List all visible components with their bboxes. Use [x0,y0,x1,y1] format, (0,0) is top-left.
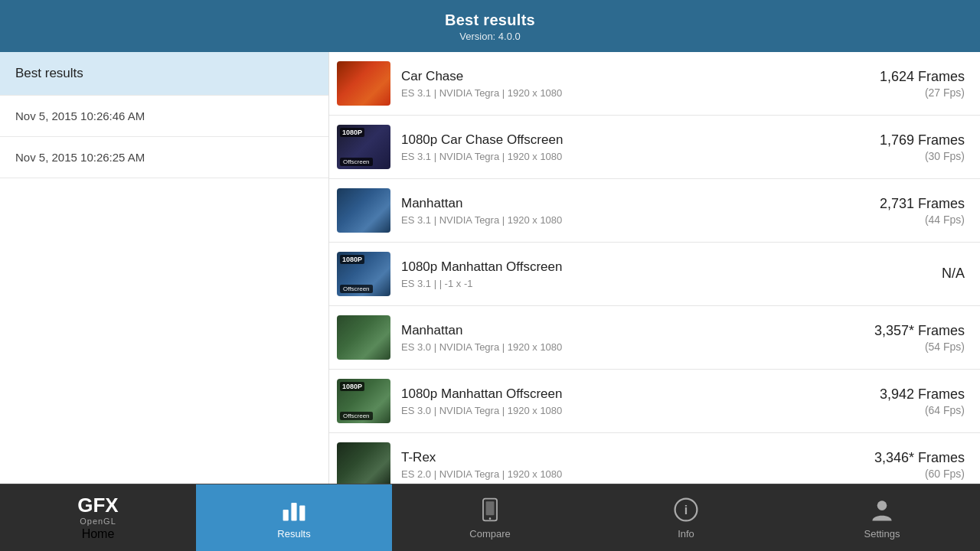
result-info-manhattan-es30: Manhattan ES 3.0 | NVIDIA Tegra | 1920 x… [401,323,842,353]
info-circle-icon: i [672,496,700,523]
badge-offscreen: Offscreen [340,158,373,166]
result-row-manhattan-1080p[interactable]: 1080POffscreen 1080p Manhattan Offscreen… [329,243,980,306]
svg-text:i: i [684,503,688,517]
result-info-car-chase-1080p: 1080p Car Chase Offscreen ES 3.1 | NVIDI… [401,132,842,162]
badge-1080p: 1080P [340,382,364,391]
result-score-car-chase: 1,624 Frames (27 Fps) [842,69,965,99]
result-row-car-chase-1080p[interactable]: 1080POffscreen 1080p Car Chase Offscreen… [329,116,980,179]
result-info-trex: T-Rex ES 2.0 | NVIDIA Tegra | 1920 x 108… [401,450,842,480]
nav-item-settings[interactable]: Settings [784,484,980,551]
result-row-manhattan-es30[interactable]: Manhattan ES 3.0 | NVIDIA Tegra | 1920 x… [329,306,980,370]
sidebar-item-date2[interactable]: Nov 5, 2015 10:26:25 AM [0,137,328,178]
result-fps-trex: (60 Fps) [842,468,965,480]
nav-label-settings: Settings [864,528,900,540]
result-score-manhattan-1080p-es30: 3,942 Frames (64 Fps) [842,386,965,416]
result-score-car-chase-1080p: 1,769 Frames (30 Fps) [842,132,965,162]
result-fps-manhattan-1080p-es30: (64 Fps) [842,404,965,416]
result-thumb-trex [337,442,390,484]
result-info-manhattan-1080p-es30: 1080p Manhattan Offscreen ES 3.0 | NVIDI… [401,386,842,416]
nav-item-results[interactable]: Results [196,484,392,551]
result-info-manhattan-1080p: 1080p Manhattan Offscreen ES 3.1 | | -1 … [401,259,842,289]
bar-chart-icon [280,496,308,523]
nav-label-results: Results [277,528,310,540]
bottom-nav: GFX OpenGL Home Results Compare i Info [0,484,980,551]
sidebar-label-best: Best results [15,66,83,80]
result-sub-car-chase-1080p: ES 3.1 | NVIDIA Tegra | 1920 x 1080 [401,151,842,162]
smartphone-icon [476,496,504,523]
sidebar: Best results Nov 5, 2015 10:26:46 AM Nov… [0,52,329,484]
result-thumb-car-chase [337,61,390,106]
nav-item-info[interactable]: i Info [588,484,784,551]
badge-offscreen: Offscreen [340,412,373,420]
result-name-manhattan-1080p: 1080p Manhattan Offscreen [401,259,842,275]
svg-rect-0 [283,510,289,520]
result-name-trex: T-Rex [401,450,842,465]
result-info-car-chase: Car Chase ES 3.1 | NVIDIA Tegra | 1920 x… [401,69,842,99]
gfx-logo: GFX [77,495,118,515]
header: Best results Version: 4.0.0 [0,0,980,52]
result-frames-manhattan-1080p-es30: 3,942 Frames [842,386,965,403]
result-sub-car-chase: ES 3.1 | NVIDIA Tegra | 1920 x 1080 [401,87,842,99]
result-row-manhattan[interactable]: Manhattan ES 3.1 | NVIDIA Tegra | 1920 x… [329,179,980,243]
person-icon [868,496,896,523]
sidebar-date-2: Nov 5, 2015 10:26:25 AM [15,151,145,164]
result-frames-car-chase-1080p: 1,769 Frames [842,132,965,148]
nav-label-info: Info [678,528,694,540]
result-row-trex[interactable]: T-Rex ES 2.0 | NVIDIA Tegra | 1920 x 108… [329,433,980,484]
svg-rect-2 [299,506,305,521]
result-fps-car-chase-1080p: (30 Fps) [842,150,965,162]
nav-item-home[interactable]: GFX OpenGL Home [0,484,196,551]
badge-offscreen: Offscreen [340,285,373,293]
result-sub-manhattan-es30: ES 3.0 | NVIDIA Tegra | 1920 x 1080 [401,341,842,353]
result-row-manhattan-1080p-es30[interactable]: 1080POffscreen 1080p Manhattan Offscreen… [329,370,980,433]
svg-rect-1 [291,503,296,520]
badge-1080p: 1080P [340,128,364,137]
result-thumb-manhattan-es30 [337,315,390,360]
result-thumb-manhattan-1080p: 1080POffscreen [337,252,390,296]
svg-point-5 [489,517,492,520]
result-sub-manhattan-1080p-es30: ES 3.0 | NVIDIA Tegra | 1920 x 1080 [401,405,842,416]
result-score-manhattan-es30: 3,357* Frames (54 Fps) [842,323,965,353]
result-frames-manhattan-es30: 3,357* Frames [842,323,965,339]
result-score-manhattan: 2,731 Frames (44 Fps) [842,196,965,226]
nav-label-home: Home [82,527,115,541]
result-sub-manhattan: ES 3.1 | NVIDIA Tegra | 1920 x 1080 [401,214,842,226]
nav-item-compare[interactable]: Compare [392,484,588,551]
result-fps-car-chase: (27 Fps) [842,86,965,99]
sidebar-item-date1[interactable]: Nov 5, 2015 10:26:46 AM [0,96,328,137]
sidebar-date-1: Nov 5, 2015 10:26:46 AM [15,109,145,122]
result-thumb-manhattan [337,188,390,233]
sidebar-item-best[interactable]: Best results [0,52,328,96]
result-row-car-chase[interactable]: Car Chase ES 3.1 | NVIDIA Tegra | 1920 x… [329,52,980,116]
result-score-manhattan-1080p: N/A [842,266,965,283]
main-content: Best results Nov 5, 2015 10:26:46 AM Nov… [0,52,980,484]
result-sub-trex: ES 2.0 | NVIDIA Tegra | 1920 x 1080 [401,468,842,480]
result-name-manhattan: Manhattan [401,196,842,211]
badge-1080p: 1080P [340,255,364,264]
svg-rect-4 [486,501,495,515]
result-frames-manhattan: 2,731 Frames [842,196,965,212]
svg-point-8 [877,500,887,510]
result-info-manhattan: Manhattan ES 3.1 | NVIDIA Tegra | 1920 x… [401,196,842,226]
result-name-manhattan-es30: Manhattan [401,323,842,338]
result-fps-manhattan-es30: (54 Fps) [842,341,965,353]
result-frames-car-chase: 1,624 Frames [842,69,965,85]
result-thumb-manhattan-1080p-es30: 1080POffscreen [337,379,390,423]
result-sub-manhattan-1080p: ES 3.1 | | -1 x -1 [401,278,842,289]
result-score-trex: 3,346* Frames (60 Fps) [842,450,965,480]
result-name-car-chase: Car Chase [401,69,842,84]
result-fps-manhattan: (44 Fps) [842,214,965,226]
results-list: Car Chase ES 3.1 | NVIDIA Tegra | 1920 x… [329,52,980,484]
gfx-sub: OpenGL [80,517,116,526]
nav-label-compare: Compare [469,528,510,540]
header-title: Best results [445,11,535,29]
header-version: Version: 4.0.0 [459,31,521,42]
result-name-manhattan-1080p-es30: 1080p Manhattan Offscreen [401,386,842,402]
result-frames-manhattan-1080p: N/A [842,266,965,282]
result-name-car-chase-1080p: 1080p Car Chase Offscreen [401,132,842,148]
result-thumb-car-chase-1080p: 1080POffscreen [337,125,390,169]
result-frames-trex: 3,346* Frames [842,450,965,466]
